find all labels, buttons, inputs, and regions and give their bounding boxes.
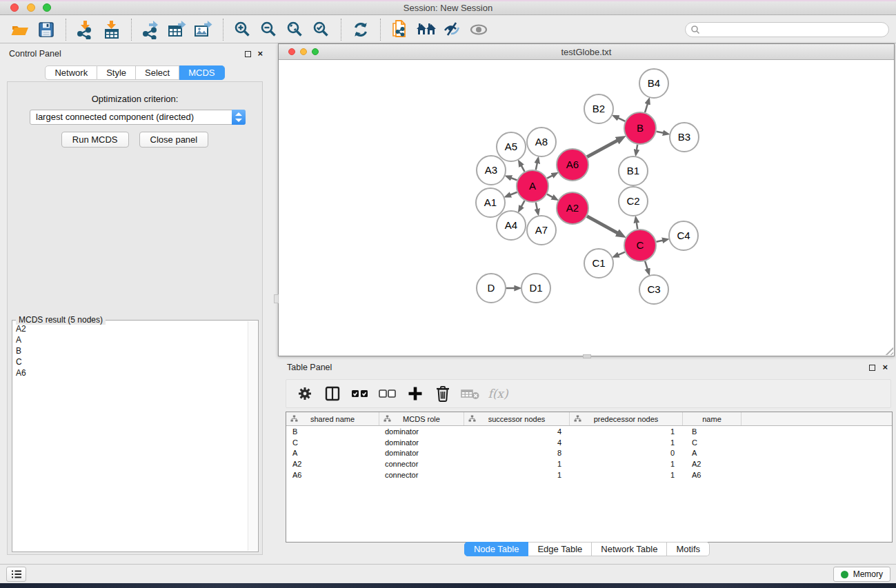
edge-C-C1[interactable] <box>618 252 625 256</box>
tab-network[interactable]: Network <box>45 65 97 80</box>
node-B4[interactable]: B4 <box>639 69 668 98</box>
edge-B-B2[interactable] <box>617 118 625 121</box>
network-from-selection-icon[interactable] <box>387 18 413 41</box>
table-cell[interactable]: A <box>683 449 741 457</box>
table-cell[interactable]: 4 <box>464 427 570 436</box>
table-cell[interactable]: 1 <box>464 460 570 468</box>
table-cell[interactable]: 1 <box>570 438 683 447</box>
graph-nodes[interactable]: AA1A2A3A4A5A6A7A8BB1B2B3B4CC1C2C3C4DD1 <box>476 69 699 304</box>
node-A[interactable]: A <box>517 170 548 202</box>
delete-row-icon[interactable] <box>431 383 455 405</box>
table-cell[interactable]: 8 <box>464 449 570 457</box>
table-cell[interactable]: 1 <box>570 460 683 468</box>
edge-B-B4[interactable] <box>645 103 648 112</box>
import-table-icon[interactable] <box>99 18 125 41</box>
table-cell[interactable]: A6 <box>683 471 741 479</box>
tab-network-table[interactable]: Network Table <box>592 542 667 556</box>
edge-C-C4[interactable] <box>656 241 663 242</box>
table-row[interactable]: Bdominator41B <box>286 426 892 437</box>
close-table-panel-icon[interactable]: × <box>882 362 888 372</box>
table-cell[interactable]: dominator <box>379 438 464 447</box>
float-panel-icon[interactable] <box>245 51 251 57</box>
table-cell[interactable]: 4 <box>464 438 570 447</box>
float-table-panel-icon[interactable] <box>869 365 875 371</box>
close-panel-button[interactable]: Close panel <box>139 132 209 148</box>
tab-edge-table[interactable]: Edge Table <box>528 542 592 556</box>
table-cell[interactable]: B <box>286 427 379 436</box>
zoom-selected-icon[interactable] <box>308 18 335 41</box>
table-cell[interactable]: A <box>286 449 379 457</box>
settings-gear-icon[interactable] <box>293 383 317 405</box>
table-cell[interactable]: B <box>683 427 741 436</box>
column-header-MCDS-role[interactable]: MCDS role <box>379 412 464 425</box>
node-A3[interactable]: A3 <box>477 156 506 185</box>
criterion-select[interactable]: largest connected component (directed) <box>30 110 246 125</box>
export-table-icon[interactable] <box>164 18 190 41</box>
edge-A-A2[interactable] <box>547 194 553 198</box>
edge-A-A8[interactable] <box>536 162 537 170</box>
node-A4[interactable]: A4 <box>497 211 526 240</box>
task-history-button[interactable] <box>6 567 26 582</box>
node-A8[interactable]: A8 <box>527 128 556 156</box>
edge-A-A6[interactable] <box>547 175 553 179</box>
graphics-details-icon[interactable] <box>439 18 466 41</box>
edge-A2-C[interactable] <box>587 216 619 234</box>
edge-C-C2[interactable] <box>637 222 638 230</box>
mcds-result-item[interactable]: B <box>14 345 246 356</box>
zoom-out-icon[interactable] <box>256 18 282 41</box>
node-C1[interactable]: C1 <box>584 249 613 278</box>
mcds-list-scrollbar[interactable] <box>248 321 257 551</box>
edge-A-A1[interactable] <box>510 192 517 195</box>
search-field[interactable] <box>685 22 889 37</box>
splitpane-divider-handle[interactable] <box>274 294 279 303</box>
table-row[interactable]: Adominator80A <box>286 448 892 459</box>
node-A6[interactable]: A6 <box>557 149 588 181</box>
node-B1[interactable]: B1 <box>619 156 648 185</box>
table-cell[interactable]: C <box>683 438 741 447</box>
column-header-successor-nodes[interactable]: successor nodes <box>464 412 570 425</box>
add-row-icon[interactable] <box>404 383 427 405</box>
eye-icon[interactable] <box>466 18 492 41</box>
table-cell[interactable]: 0 <box>570 449 683 457</box>
column-header-predecessor-nodes[interactable]: predecessor nodes <box>570 412 683 425</box>
edge-A-A4[interactable] <box>521 201 524 207</box>
toggle-columns-icon[interactable] <box>321 383 344 405</box>
delete-table-icon[interactable] <box>459 383 482 405</box>
close-panel-icon[interactable]: × <box>257 48 263 59</box>
edge-A-A5[interactable] <box>521 165 524 172</box>
function-builder-icon[interactable]: f(x) <box>486 383 510 405</box>
column-header-shared-name[interactable]: shared name <box>286 412 379 425</box>
table-cell[interactable]: 1 <box>464 471 570 479</box>
import-network-icon[interactable] <box>72 18 99 41</box>
tab-mcds[interactable]: MCDS <box>179 65 224 80</box>
tab-style[interactable]: Style <box>97 65 136 80</box>
table-cell[interactable]: A2 <box>683 460 741 468</box>
save-session-icon[interactable] <box>33 18 59 41</box>
node-D1[interactable]: D1 <box>521 274 550 303</box>
table-row[interactable]: Cdominator41C <box>286 437 892 448</box>
tab-select[interactable]: Select <box>136 65 179 80</box>
table-cell[interactable]: C <box>286 438 379 447</box>
mcds-result-item[interactable]: A6 <box>14 367 246 378</box>
export-network-icon[interactable] <box>138 18 164 41</box>
node-C3[interactable]: C3 <box>639 275 668 304</box>
node-C2[interactable]: C2 <box>619 187 648 216</box>
table-cell[interactable]: connector <box>379 460 464 468</box>
run-mcds-button[interactable]: Run MCDS <box>61 132 129 148</box>
open-file-icon[interactable] <box>7 18 33 41</box>
edge-A-A3[interactable] <box>510 178 517 181</box>
edge-A6-B[interactable] <box>587 140 619 157</box>
node-A2[interactable]: A2 <box>557 192 588 224</box>
edge-B-B1[interactable] <box>637 145 637 151</box>
table-cell[interactable]: A6 <box>286 471 379 479</box>
home-icon[interactable] <box>413 18 439 41</box>
network-canvas[interactable]: AA1A2A3A4A5A6A7A8BB1B2B3B4CC1C2C3C4DD1 <box>279 61 894 356</box>
mcds-result-item[interactable]: A <box>14 334 246 345</box>
table-cell[interactable]: 1 <box>570 427 683 436</box>
table-cell[interactable]: connector <box>379 471 464 479</box>
deselect-all-icon[interactable] <box>376 383 399 405</box>
node-C4[interactable]: C4 <box>669 221 698 250</box>
table-row[interactable]: A2connector11A2 <box>286 458 892 469</box>
node-A5[interactable]: A5 <box>497 132 526 161</box>
table-cell[interactable]: dominator <box>379 427 464 436</box>
